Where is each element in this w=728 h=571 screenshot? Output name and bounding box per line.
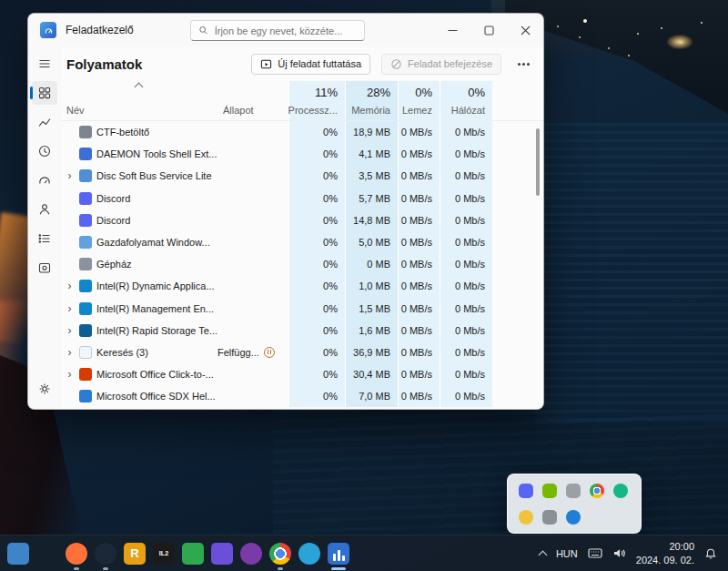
expand-chevron-icon[interactable]: › <box>65 368 75 381</box>
cpu-cell: 0% <box>288 188 345 209</box>
il2-game-icon[interactable]: IL2 <box>153 543 175 565</box>
tray-overflow-flyout <box>507 474 642 534</box>
il2-game-taskbar-button[interactable]: IL2 <box>149 535 178 571</box>
process-row[interactable]: › Microsoft Office SDX Hel... 0% 7,0 MB … <box>61 385 543 407</box>
column-header-memory[interactable]: 28% Memória <box>345 81 398 120</box>
disk-cell: 0 MB/s <box>398 143 440 165</box>
cpu-total-percent: 11% <box>315 86 338 99</box>
firefox-icon[interactable] <box>66 543 87 565</box>
process-row[interactable]: › Gazdafolyamat Window... 0% 5,0 MB 0 MB… <box>61 231 543 253</box>
taskbar-clock[interactable]: 20:00 2024. 09. 02. <box>636 540 694 566</box>
process-name: Gazdafolyamat Window... <box>96 237 210 248</box>
green-app-taskbar-button[interactable] <box>178 535 207 571</box>
scrollbar[interactable] <box>535 125 541 403</box>
chrome-icon[interactable] <box>269 543 291 565</box>
violet-app-taskbar-button[interactable] <box>237 535 266 571</box>
process-row[interactable]: › Intel(R) Management En... 0% 1,5 MB 0 … <box>61 298 543 320</box>
minimize-button[interactable] <box>434 14 470 46</box>
hamburger-icon <box>37 56 52 71</box>
memory-cell: 7,0 MB <box>345 385 398 407</box>
cpu-cell: 0% <box>288 231 345 253</box>
expand-chevron-icon[interactable]: › <box>65 346 75 359</box>
column-header-name[interactable]: Név <box>61 81 217 120</box>
steam-icon[interactable] <box>95 543 116 565</box>
expand-chevron-icon[interactable]: › <box>65 302 75 315</box>
notification-bell-icon[interactable] <box>704 547 717 560</box>
steam-taskbar-button[interactable] <box>91 535 120 571</box>
cpu-cell: 0% <box>288 363 345 385</box>
language-indicator[interactable]: HUN <box>556 548 578 559</box>
process-row[interactable]: › DAEMON Tools Shell Ext... 0% 4,1 MB 0 … <box>61 143 543 165</box>
violet-app-icon[interactable] <box>240 543 262 565</box>
daemon-tray-icon[interactable] <box>519 510 533 525</box>
nvidia-tray-icon[interactable] <box>542 484 557 498</box>
runelite-icon[interactable]: R <box>124 543 146 565</box>
nav-processes[interactable] <box>32 81 57 105</box>
more-options-button[interactable] <box>512 53 534 75</box>
nav-startup-apps[interactable] <box>32 168 57 192</box>
process-row[interactable]: › Intel(R) Rapid Storage Te... 0% 1,6 MB… <box>61 320 543 342</box>
column-header-disk[interactable]: 0% Lemez <box>398 81 440 120</box>
expand-chevron-icon[interactable]: › <box>65 280 75 292</box>
nav-details[interactable] <box>32 227 57 250</box>
discord-tray-icon[interactable] <box>519 484 533 498</box>
windows-start-taskbar-button[interactable] <box>33 535 62 571</box>
process-icon <box>79 280 92 292</box>
memory-cell: 36,9 MB <box>345 342 398 363</box>
process-row[interactable]: › Intel(R) Dynamic Applica... 0% 1,0 MB … <box>61 275 543 297</box>
firefox-taskbar-button[interactable] <box>62 535 91 571</box>
search-box[interactable] <box>190 20 365 41</box>
nav-app-history[interactable] <box>32 139 57 163</box>
process-row[interactable]: › Gépház 0% 0 MB 0 MB/s 0 Mb/s <box>61 253 543 275</box>
nav-services[interactable] <box>32 256 57 280</box>
touch-keyboard-icon[interactable] <box>588 547 602 559</box>
purple-app-icon[interactable] <box>211 543 233 565</box>
scrollbar-thumb[interactable] <box>536 128 540 196</box>
network-cell: 0 Mb/s <box>440 188 492 209</box>
process-row[interactable]: › Discord 0% 14,8 MB 0 MB/s 0 Mb/s <box>61 209 543 231</box>
process-row[interactable]: › CTF-betöltő 0% 18,9 MB 0 MB/s 0 Mb/s <box>61 121 543 143</box>
gray-app-tray-icon[interactable] <box>566 484 581 498</box>
search-input[interactable] <box>215 25 357 36</box>
close-button[interactable] <box>507 14 543 46</box>
process-row[interactable]: › Microsoft Office Click-to-... 0% 30,4 … <box>61 363 543 385</box>
process-row[interactable]: › Keresés (3) Felfügg... 0% 36,9 MB 0 MB… <box>61 342 543 363</box>
nav-users[interactable] <box>32 198 57 221</box>
runelite-taskbar-button[interactable]: R <box>120 535 149 571</box>
expand-chevron-icon[interactable]: › <box>65 169 75 182</box>
task-manager-icon[interactable] <box>328 543 349 565</box>
column-header-cpu[interactable]: 11% Processz... <box>288 81 345 120</box>
settings-button[interactable] <box>32 377 57 401</box>
memory-cell: 1,6 MB <box>345 320 398 342</box>
network-cell: 0 Mb/s <box>440 275 492 297</box>
purple-app-taskbar-button[interactable] <box>207 535 237 571</box>
green-app-icon[interactable] <box>182 543 204 565</box>
process-row[interactable]: › Disc Soft Bus Service Lite 0% 3,5 MB 0… <box>61 165 543 187</box>
end-task-button[interactable]: Feladat befejezése <box>381 54 501 75</box>
nav-performance[interactable] <box>32 110 57 134</box>
chrome-taskbar-button[interactable] <box>266 535 295 571</box>
gray-app2-tray-icon[interactable] <box>542 510 557 525</box>
wallpaper-water-lower <box>273 410 728 537</box>
chrome-tray-icon[interactable] <box>590 484 604 498</box>
column-header-status[interactable]: Állapot <box>217 81 288 120</box>
column-header-network[interactable]: 0% Hálózat <box>440 81 492 120</box>
disk-cell: 0 MB/s <box>398 342 440 363</box>
titlebar[interactable]: Feladatkezelő <box>28 14 543 46</box>
display-app-icon[interactable] <box>7 543 29 565</box>
process-row[interactable]: › Discord 0% 5,7 MB 0 MB/s 0 Mb/s <box>61 188 543 209</box>
blue-media-app-taskbar-button[interactable] <box>295 535 324 571</box>
expand-chevron-icon[interactable]: › <box>65 324 75 337</box>
teal-app-tray-icon[interactable] <box>613 484 628 498</box>
run-new-task-button[interactable]: Új feladat futtatása <box>251 54 370 75</box>
menu-toggle-button[interactable] <box>32 52 57 76</box>
volume-icon[interactable] <box>612 547 626 559</box>
tray-overflow-chevron-icon[interactable] <box>538 550 547 559</box>
process-icon <box>79 214 92 227</box>
windows-start-icon[interactable] <box>36 543 58 565</box>
maximize-button[interactable] <box>470 14 507 46</box>
blue-media-app-icon[interactable] <box>298 543 320 565</box>
blue-app-tray-icon[interactable] <box>566 510 581 525</box>
task-manager-taskbar-button[interactable] <box>324 535 353 571</box>
display-app-taskbar-button[interactable] <box>4 535 33 571</box>
